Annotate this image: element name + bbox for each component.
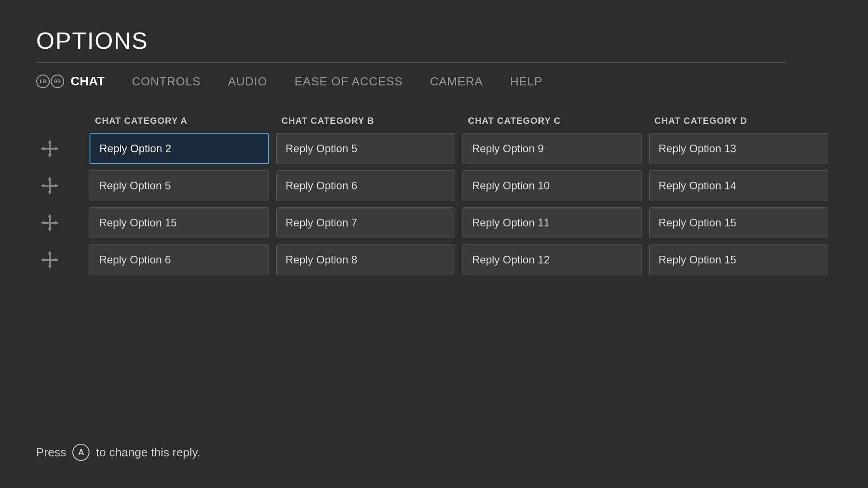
option-cell-r1-c[interactable]: Reply Option 9 [462,133,642,164]
svg-marker-11 [55,184,59,188]
option-cell-r4-a[interactable]: Reply Option 6 [90,244,269,275]
option-row: Reply Option 5 Reply Option 6 Reply Opti… [36,170,832,201]
option-cell-r1-b[interactable]: Reply Option 5 [276,133,456,164]
footer-action-label: to change this reply. [96,446,200,460]
tab-camera[interactable]: CAMERA [430,75,483,89]
svg-marker-14 [48,214,52,217]
tab-audio[interactable]: AUDIO [228,75,267,89]
drag-icon-row4[interactable] [36,251,63,269]
tab-controls[interactable]: CONTROLS [132,75,201,89]
svg-marker-23 [55,258,59,262]
option-cell-r3-a[interactable]: Reply Option 15 [90,207,269,238]
tab-ease-of-access[interactable]: EASE OF ACCESS [295,75,403,89]
svg-marker-5 [55,147,59,150]
option-cell-r2-d[interactable]: Reply Option 14 [649,170,829,201]
option-cell-r2-c[interactable]: Reply Option 10 [462,170,642,201]
footer-press-label: Press [36,446,66,460]
svg-marker-15 [48,228,52,232]
option-cell-r3-b[interactable]: Reply Option 7 [276,207,456,238]
svg-marker-8 [48,177,52,180]
category-header-d: CHAT CATEGORY D [646,116,832,126]
option-row: Reply Option 2 Reply Option 5 Reply Opti… [36,133,832,164]
option-cell-r4-b[interactable]: Reply Option 8 [276,244,456,275]
tab-chat[interactable]: LB RB CHAT [36,74,105,89]
tab-chat-label: CHAT [71,74,105,89]
page-title: OPTIONS [36,27,832,54]
svg-marker-10 [41,184,44,188]
option-cell-r3-d[interactable]: Reply Option 15 [649,207,829,238]
option-cell-r2-b[interactable]: Reply Option 6 [276,170,456,201]
tab-help[interactable]: HELP [510,75,542,89]
category-header-c: CHAT CATEGORY C [459,116,646,126]
svg-marker-16 [41,221,44,225]
footer: Press A to change this reply. [36,426,832,461]
drag-icon-row1[interactable] [36,140,63,158]
option-cell-r1-d[interactable]: Reply Option 13 [649,133,829,164]
icon-spacer [36,116,86,126]
divider [36,62,787,63]
svg-marker-9 [48,191,52,195]
category-header-b: CHAT CATEGORY B [273,116,459,126]
svg-marker-3 [48,154,52,158]
category-header-a: CHAT CATEGORY A [86,116,273,126]
option-cell-r1-a[interactable]: Reply Option 2 [90,133,269,164]
svg-marker-20 [48,251,52,254]
rb-button: RB [51,75,64,88]
option-row: Reply Option 6 Reply Option 8 Reply Opti… [36,244,832,275]
drag-icon-row2[interactable] [36,177,63,195]
option-row: Reply Option 15 Reply Option 7 Reply Opt… [36,207,832,238]
option-cell-r2-a[interactable]: Reply Option 5 [90,170,269,201]
category-headers: CHAT CATEGORY A CHAT CATEGORY B CHAT CAT… [36,116,832,126]
controller-buttons: LB RB [36,75,64,88]
drag-icon-row3[interactable] [36,214,63,232]
page-container: OPTIONS LB RB CHAT CONTROLS AUDIO EASE O… [0,0,868,488]
rows-container: Reply Option 2 Reply Option 5 Reply Opti… [36,133,832,275]
lb-button: LB [36,75,50,88]
option-cell-r4-d[interactable]: Reply Option 15 [649,244,829,275]
svg-marker-17 [55,221,59,225]
svg-marker-2 [48,140,52,143]
option-cell-r4-c[interactable]: Reply Option 12 [462,244,642,275]
content-area: CHAT CATEGORY A CHAT CATEGORY B CHAT CAT… [36,116,832,426]
option-cell-r3-c[interactable]: Reply Option 11 [462,207,642,238]
nav-tabs: LB RB CHAT CONTROLS AUDIO EASE OF ACCESS… [36,74,832,89]
svg-marker-21 [48,265,52,269]
a-button-icon: A [72,444,90,461]
svg-marker-4 [41,147,44,150]
svg-marker-22 [41,258,44,262]
